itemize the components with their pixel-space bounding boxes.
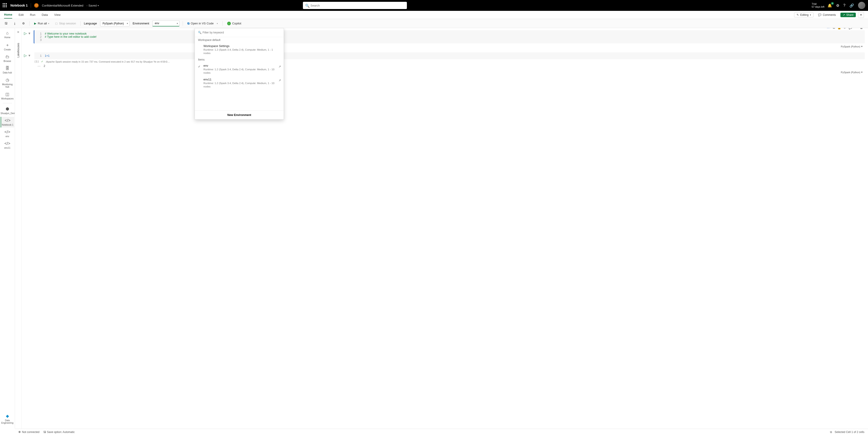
env-icon: </> xyxy=(1,130,14,134)
stop-icon: ◻ xyxy=(55,22,58,25)
user-avatar[interactable] xyxy=(858,2,865,9)
success-icon: ✓ xyxy=(41,60,43,63)
cell-output: 2 xyxy=(43,64,45,68)
feedback-icon[interactable]: 🔗 xyxy=(849,3,854,8)
lakehouses-label[interactable]: Lakehouses xyxy=(17,43,20,58)
workspaces-icon: ◫ xyxy=(1,92,14,97)
database-icon: 🗄 xyxy=(1,66,14,71)
app-launcher-icon[interactable] xyxy=(3,3,7,8)
cell-settings-button[interactable]: ⚙ xyxy=(21,21,26,26)
environment-select[interactable]: env▾ xyxy=(152,21,180,26)
more-icon[interactable]: ⋯ xyxy=(855,28,858,30)
search-icon: 🔍 xyxy=(305,4,310,8)
freeze-icon[interactable]: ❄ xyxy=(843,28,846,30)
trial-status[interactable]: Trial: 57 days left xyxy=(812,2,825,8)
execution-status: -Apache Spark session ready in 15 sec 73… xyxy=(45,60,170,63)
copilot-icon xyxy=(227,22,231,25)
vscode-icon: ⧉ xyxy=(187,22,189,25)
output-menu-icon[interactable]: ⋯ xyxy=(37,64,41,68)
run-cell-menu-icon[interactable]: ▾ xyxy=(29,31,30,35)
nav-monitoring[interactable]: ◷Monitoring hub xyxy=(1,76,14,90)
environment-filter-input[interactable] xyxy=(197,30,281,35)
download-button[interactable]: ⭳ xyxy=(12,21,18,26)
code-editor[interactable]: 11+1 xyxy=(34,53,865,59)
run-cell-icon[interactable]: ▷ xyxy=(24,31,27,35)
tab-home[interactable]: Home xyxy=(4,11,12,19)
editing-mode-button[interactable]: ✎ Editing ▾ xyxy=(794,12,813,18)
nav-env[interactable]: </>env xyxy=(1,128,14,139)
cell-language[interactable]: PySpark (Python)▾ xyxy=(841,71,863,74)
left-nav: ⌂Home ＋Create 🗀Browse 🗄Data hub ◷Monitor… xyxy=(0,28,15,429)
comments-button[interactable]: 💬 Comments xyxy=(816,13,838,17)
new-environment-button[interactable]: New Environment xyxy=(195,111,284,119)
lock-icon[interactable]: 🔒 xyxy=(837,28,841,30)
run-all-button[interactable]: ▶ Run all ▾ xyxy=(33,21,51,26)
open-external-icon[interactable]: ↗ xyxy=(278,79,281,82)
notifications-icon[interactable]: 🔔6 xyxy=(828,3,832,8)
tab-data[interactable]: Data xyxy=(41,11,48,18)
tab-edit[interactable]: Edit xyxy=(19,11,24,18)
nav-notebook1[interactable]: </>Notebook 1 xyxy=(1,117,14,127)
stop-session-button[interactable]: ◻ Stop session xyxy=(54,21,77,26)
env-items-header: Items xyxy=(195,57,284,63)
code-editor[interactable]: 1# Welcome to your new notebook 2# Type … xyxy=(34,30,865,43)
download-icon: ⭳ xyxy=(13,22,16,25)
comment-cell-icon[interactable]: 💬 xyxy=(848,28,852,30)
cell-language[interactable]: PySpark (Python)▾ xyxy=(841,45,863,48)
search-input[interactable] xyxy=(303,2,407,9)
expand-rail-icon[interactable]: » xyxy=(17,30,19,34)
nav-create[interactable]: ＋Create xyxy=(1,41,14,52)
status-dot-icon xyxy=(19,431,21,433)
copilot-icon: ✦ xyxy=(860,13,862,17)
notebook-icon: </> xyxy=(1,118,14,123)
settings-icon[interactable]: ⚙ xyxy=(836,3,839,8)
divider xyxy=(31,3,31,8)
nav-workspace-shuaijun[interactable]: ⬢Shuaijun_Demo_Env xyxy=(1,105,14,116)
save-button[interactable]: 🖫 xyxy=(3,21,9,26)
tab-run[interactable]: Run xyxy=(30,11,35,18)
status-bar: Not connected 🖫 Save option: Automatic ⧉… xyxy=(15,429,868,435)
folder-icon: 🗀 xyxy=(1,55,14,59)
global-search[interactable]: 🔍 xyxy=(303,2,407,9)
notebook-title[interactable]: Notebook 1 xyxy=(10,4,28,7)
monitor-icon: ◷ xyxy=(1,77,14,83)
help-icon[interactable]: ? xyxy=(843,3,845,7)
share-button[interactable]: ↗ Share xyxy=(840,13,856,17)
nav-env11[interactable]: </>env11 xyxy=(1,140,14,151)
share-icon: ↗ xyxy=(843,13,845,17)
ribbon-tabs: Home Edit Run Data View ✎ Editing ▾ 💬 Co… xyxy=(0,11,868,19)
code-cell[interactable]: M↓ ⧉ 🔒 ❄ 💬 ⋯ 🗑 ▷ ▾ 1# Welcome to your ne… xyxy=(24,30,865,43)
save-option[interactable]: 🖫 Save option: Automatic xyxy=(43,431,74,434)
convert-icon[interactable]: ⧉ xyxy=(833,28,835,30)
notebook-canvas: » Lakehouses M↓ ⧉ 🔒 ❄ 💬 ⋯ 🗑 ▷ ▾ xyxy=(15,28,868,429)
copilot-toggle[interactable]: ✦ xyxy=(858,12,864,18)
code-cell[interactable]: ▷ ▾ 11+1 PySpark (Python)▾ [1] ✓ -Apache… xyxy=(24,53,865,69)
language-select[interactable]: PySpark (Python)▾ xyxy=(100,21,129,26)
env-option-env11[interactable]: env11 Runtime: 1.2 (Spark 3.4, Delta 2.4… xyxy=(195,76,284,90)
nav-persona[interactable]: ◆Data Engineering xyxy=(1,412,14,426)
nav-workspaces[interactable]: ◫Workspaces xyxy=(1,90,14,101)
save-small-icon: 🖫 xyxy=(43,431,46,434)
run-cell-icon[interactable]: ▷ xyxy=(24,53,27,58)
delete-cell-icon[interactable]: 🗑 xyxy=(860,28,863,30)
markdown-toggle-icon[interactable]: M↓ xyxy=(827,28,831,30)
save-state[interactable]: -Saved▾ xyxy=(87,4,99,7)
home-icon: ⌂ xyxy=(1,31,14,35)
lakehouses-rail: » Lakehouses xyxy=(15,28,22,429)
sensitivity-label[interactable]: Confidential\Microsoft Extended xyxy=(42,4,84,7)
nav-datahub[interactable]: 🗄Data hub xyxy=(1,65,14,75)
nav-home[interactable]: ⌂Home xyxy=(1,29,14,40)
copilot-button[interactable]: Copilot xyxy=(226,21,243,26)
run-cell-menu-icon[interactable]: ▾ xyxy=(29,53,30,58)
layout-icon[interactable]: ⧉ xyxy=(830,431,832,434)
env-option-workspace-settings[interactable]: Workspace Settings Runtime: 1.2 (Spark 3… xyxy=(195,43,284,57)
save-icon: 🖫 xyxy=(4,22,7,25)
open-in-vscode[interactable]: ⧉ Open in VS Code ▾ xyxy=(186,21,219,26)
tab-view[interactable]: View xyxy=(54,11,61,18)
plus-icon: ＋ xyxy=(1,42,14,48)
open-external-icon[interactable]: ↗ xyxy=(278,65,281,68)
sensitivity-icon: 🛡 xyxy=(34,3,39,8)
nav-browse[interactable]: 🗀Browse xyxy=(1,53,14,64)
env-option-env[interactable]: ✓ env Runtime: 1.2 (Spark 3.4, Delta 2.4… xyxy=(195,63,284,76)
connection-status[interactable]: Not connected xyxy=(19,431,39,434)
